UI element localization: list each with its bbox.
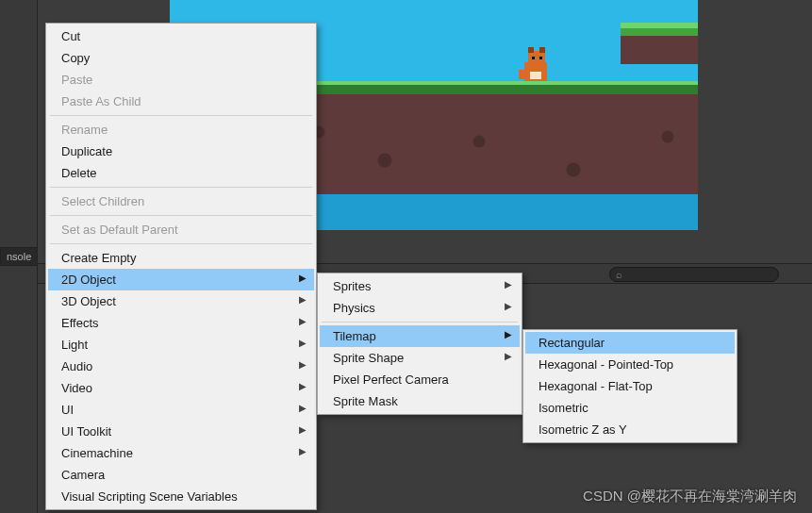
submenu-arrow-icon: ▶	[299, 403, 307, 413]
fox-sprite	[519, 49, 555, 87]
ctx-item-camera[interactable]: Camera	[48, 464, 314, 486]
sub2d-item-tilemap[interactable]: Tilemap▶	[320, 325, 520, 347]
sub2d-item-sprite-mask[interactable]: Sprite Mask	[320, 390, 520, 412]
ctx-item-set-as-default-parent: Set as Default Parent	[48, 219, 314, 240]
sub2d-item-sprites[interactable]: Sprites▶	[320, 275, 520, 297]
tilemap-item-hexagonal-flat-top[interactable]: Hexagonal - Flat-Top	[525, 375, 735, 397]
ctx-item-ui-toolkit[interactable]: UI Toolkit▶	[48, 421, 314, 442]
submenu-arrow-icon: ▶	[505, 301, 512, 311]
submenu-2d-object[interactable]: Sprites▶Physics▶Tilemap▶Sprite Shape▶Pix…	[317, 273, 522, 415]
watermark: CSDN @樱花不再在海棠湾涮羊肉	[583, 488, 797, 505]
ctx-item-cinemachine[interactable]: Cinemachine▶	[48, 442, 314, 464]
tilemap-item-isometric-z-as-y[interactable]: Isometric Z as Y	[525, 419, 735, 440]
ctx-item-create-empty[interactable]: Create Empty	[48, 247, 314, 269]
ctx-item-2d-object[interactable]: 2D Object▶	[48, 269, 314, 290]
submenu-arrow-icon: ▶	[299, 359, 307, 370]
search-icon: ⌕	[616, 269, 622, 280]
submenu-arrow-icon: ▶	[505, 329, 512, 339]
search-input[interactable]: ⌕	[609, 267, 779, 282]
ctx-separator	[50, 215, 312, 216]
ctx-item-cut[interactable]: Cut	[48, 25, 314, 47]
ctx-item-video[interactable]: Video▶	[48, 377, 314, 399]
ground-grass	[290, 81, 698, 94]
submenu-arrow-icon: ▶	[299, 273, 307, 283]
ctx-item-audio[interactable]: Audio▶	[48, 356, 314, 377]
ctx-item-copy[interactable]: Copy	[48, 47, 314, 69]
submenu-arrow-icon: ▶	[299, 446, 307, 456]
submenu-arrow-icon: ▶	[299, 381, 307, 391]
ctx-item-paste: Paste	[48, 69, 314, 91]
submenu-tilemap[interactable]: RectangularHexagonal - Pointed-TopHexago…	[522, 329, 737, 443]
ctx-separator	[50, 187, 312, 188]
submenu-arrow-icon: ▶	[505, 351, 512, 361]
left-panel: nsole	[0, 0, 38, 513]
ground-platform	[290, 83, 698, 194]
submenu-arrow-icon: ▶	[505, 279, 512, 290]
tilemap-item-rectangular[interactable]: Rectangular	[525, 332, 735, 354]
console-tab[interactable]: nsole	[0, 247, 38, 266]
submenu-arrow-icon: ▶	[299, 294, 307, 305]
ctx-item-paste-as-child: Paste As Child	[48, 91, 314, 112]
hierarchy-context-menu[interactable]: CutCopyPastePaste As ChildRenameDuplicat…	[45, 23, 317, 510]
ctx-separator	[50, 243, 312, 244]
ctx-item-rename: Rename	[48, 119, 314, 141]
tilemap-item-hexagonal-pointed-top[interactable]: Hexagonal - Pointed-Top	[525, 354, 735, 375]
ctx-item-light[interactable]: Light▶	[48, 334, 314, 356]
sub2d-item-physics[interactable]: Physics▶	[320, 297, 520, 319]
ctx-item-delete[interactable]: Delete	[48, 162, 314, 184]
ctx-separator	[50, 115, 312, 116]
floating-island	[621, 26, 698, 64]
ctx-item-effects[interactable]: Effects▶	[48, 312, 314, 334]
ctx-item-select-children: Select Children	[48, 190, 314, 212]
sub2d-separator	[322, 322, 518, 323]
ctx-item-duplicate[interactable]: Duplicate	[48, 141, 314, 162]
sub2d-item-sprite-shape[interactable]: Sprite Shape▶	[320, 347, 520, 369]
ctx-item-visual-scripting-scene-variables[interactable]: Visual Scripting Scene Variables	[48, 486, 314, 507]
tilemap-item-isometric[interactable]: Isometric	[525, 397, 735, 419]
submenu-arrow-icon: ▶	[299, 424, 307, 435]
ctx-item-ui[interactable]: UI▶	[48, 399, 314, 421]
submenu-arrow-icon: ▶	[299, 316, 307, 326]
submenu-arrow-icon: ▶	[299, 338, 307, 348]
sub2d-item-pixel-perfect-camera[interactable]: Pixel Perfect Camera	[320, 369, 520, 390]
ctx-item-3d-object[interactable]: 3D Object▶	[48, 290, 314, 312]
